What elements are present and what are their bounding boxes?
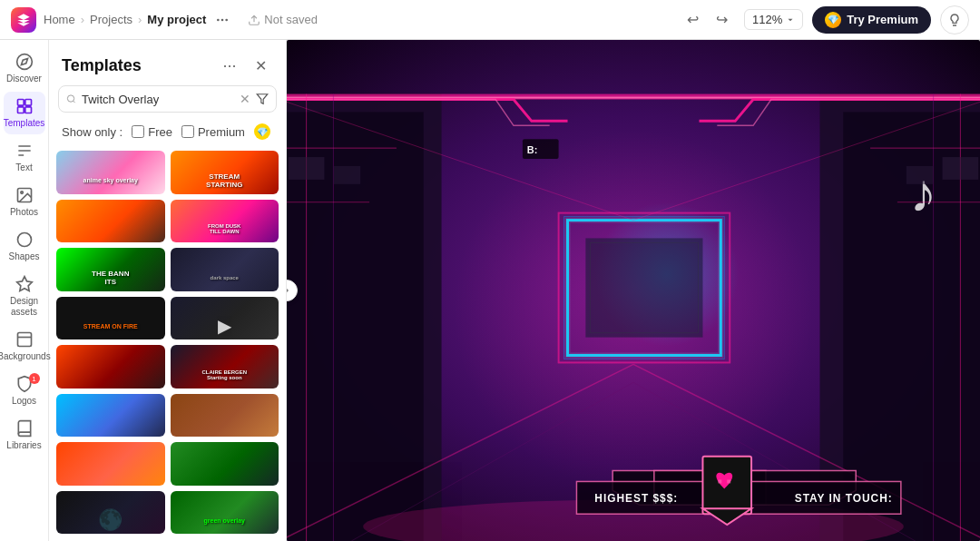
canvas-background: ♪ B: [287, 40, 980, 541]
show-only-row: Show only : Free Premium 💎 [49, 120, 286, 147]
redo-button[interactable]: ↪ [710, 7, 735, 33]
undo-button[interactable]: ↩ [681, 7, 706, 33]
breadcrumb-home[interactable]: Home [44, 13, 75, 26]
premium-gem-icon: 💎 [825, 12, 841, 28]
undo-redo-group: ↩ ↪ [681, 7, 735, 33]
svg-text:HIGHEST $$$:: HIGHEST $$$: [594, 492, 678, 505]
svg-point-3 [16, 54, 32, 70]
template-item[interactable]: STREAMSTARTING 💎 [171, 151, 279, 194]
sidebar-item-templates[interactable]: Templates [4, 92, 45, 134]
template-item[interactable] [56, 200, 165, 243]
sidebar-item-design-assets[interactable]: Design assets [4, 270, 45, 323]
breadcrumb-more-button[interactable] [211, 11, 233, 29]
template-item[interactable]: 💎 [56, 345, 165, 389]
templates-panel: Templates ··· ✕ ✕ Show only : Free Premi… [49, 40, 287, 541]
show-only-label: Show only : [62, 125, 122, 139]
topbar: Home › Projects › My project Not saved ↩… [0, 0, 980, 40]
svg-point-1 [221, 18, 224, 21]
sidebar-design-assets-label: Design assets [7, 296, 42, 318]
template-item[interactable]: dark space [171, 248, 279, 291]
breadcrumb-sep2: › [138, 13, 142, 26]
premium-checkbox-label[interactable]: Premium [181, 125, 245, 139]
lightbulb-button[interactable] [940, 5, 969, 34]
svg-rect-34 [585, 238, 702, 337]
app-logo[interactable] [11, 7, 36, 33]
panel-close-button[interactable]: ✕ [248, 53, 273, 78]
zoom-button[interactable]: 112% [744, 9, 803, 30]
breadcrumb: Home › Projects › My project [44, 11, 233, 29]
search-clear-button[interactable]: ✕ [240, 92, 250, 106]
template-item[interactable]: green overlay [171, 491, 279, 535]
template-item[interactable]: ▶ 💎 [171, 297, 279, 340]
sidebar-text-label: Text [15, 162, 32, 173]
topbar-right: ↩ ↪ 112% 💎 Try Premium [681, 5, 969, 34]
free-checkbox[interactable] [132, 125, 144, 138]
sidebar-item-logos[interactable]: Logos 1 [4, 369, 45, 412]
svg-point-9 [20, 192, 22, 194]
template-item[interactable]: CLAIRE BERGENStarting soon 💎 [171, 345, 279, 389]
template-item[interactable] [171, 442, 279, 486]
template-item[interactable]: 🌑 [56, 491, 165, 535]
svg-rect-62 [906, 166, 934, 184]
canvas-frame: ♪ B: [287, 40, 980, 541]
svg-point-10 [17, 233, 31, 247]
template-item[interactable]: anime sky overlay [56, 151, 165, 194]
save-status: Not saved [248, 13, 318, 26]
svg-rect-6 [17, 107, 24, 113]
panel-header: Templates ··· ✕ [49, 40, 286, 85]
sidebar-item-backgrounds[interactable]: Backgrounds [4, 325, 45, 368]
sidebar-discover-label: Discover [6, 74, 42, 84]
logos-badge: 1 [29, 373, 40, 384]
svg-point-2 [226, 18, 229, 21]
template-item[interactable]: 💎 [171, 394, 279, 438]
panel-header-actions: ··· ✕ [217, 53, 273, 78]
breadcrumb-sep1: › [81, 13, 84, 26]
panel-more-button[interactable]: ··· [217, 53, 242, 78]
canvas-area: ♪ B: [287, 40, 980, 541]
sidebar-photos-label: Photos [10, 207, 38, 218]
sidebar-item-discover[interactable]: Discover [4, 47, 45, 90]
svg-point-12 [67, 95, 74, 102]
svg-rect-60 [333, 166, 360, 184]
sidebar-icons: Discover Templates Text Photos Shapes De… [0, 40, 49, 541]
premium-checkbox[interactable] [181, 125, 194, 138]
template-item[interactable]: FROM DUSKTILL DAWN [171, 200, 279, 243]
panel-title: Templates [62, 56, 217, 75]
template-item[interactable]: 💎 [56, 442, 165, 486]
breadcrumb-current: My project [147, 13, 206, 26]
svg-point-0 [217, 18, 220, 21]
free-checkbox-label[interactable]: Free [132, 125, 172, 139]
search-bar: ✕ [58, 85, 277, 113]
svg-rect-5 [24, 100, 31, 106]
svg-text:STAY IN TOUCH:: STAY IN TOUCH: [795, 492, 893, 505]
search-icon [66, 93, 76, 105]
sidebar-logos-label: Logos [12, 396, 36, 407]
svg-rect-61 [943, 157, 979, 180]
svg-rect-11 [17, 333, 31, 347]
svg-rect-4 [17, 100, 24, 106]
sidebar-templates-label: Templates [4, 118, 45, 129]
try-premium-button[interactable]: 💎 Try Premium [812, 6, 931, 34]
premium-badge-icon: 💎 [254, 123, 270, 140]
sidebar-item-shapes[interactable]: Shapes [4, 225, 45, 268]
sidebar-item-text[interactable]: Text [4, 136, 45, 179]
search-filter-button[interactable] [256, 93, 269, 105]
template-grid: anime sky overlay STREAMSTARTING 💎 FROM … [49, 147, 286, 541]
svg-rect-59 [289, 157, 325, 180]
template-item[interactable]: THE BANNITS [56, 248, 165, 291]
sidebar-backgrounds-label: Backgrounds [0, 351, 51, 362]
main-content: Discover Templates Text Photos Shapes De… [0, 40, 980, 541]
svg-rect-7 [24, 107, 31, 113]
svg-text:B:: B: [527, 144, 538, 155]
svg-rect-53 [718, 479, 721, 483]
template-item[interactable]: STREAM ON FIRE 💎 [56, 297, 165, 340]
template-item[interactable] [56, 394, 165, 438]
breadcrumb-projects[interactable]: Projects [90, 13, 132, 26]
search-input[interactable] [82, 93, 234, 106]
sidebar-item-libraries[interactable]: Libraries [4, 414, 45, 457]
svg-rect-54 [727, 479, 730, 483]
sidebar-libraries-label: Libraries [6, 440, 41, 451]
sidebar-shapes-label: Shapes [9, 251, 40, 262]
sidebar-item-photos[interactable]: Photos [4, 181, 45, 223]
